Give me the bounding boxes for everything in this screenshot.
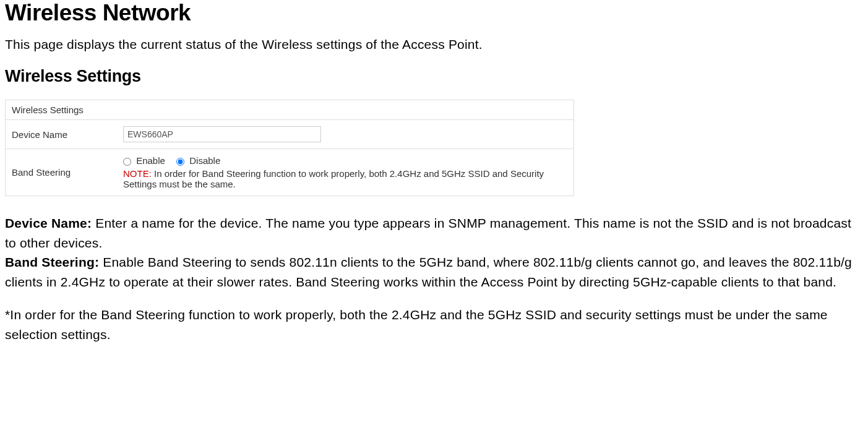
- panel-header: Wireless Settings: [6, 100, 574, 120]
- band-steering-disable-option[interactable]: Disable: [176, 155, 220, 166]
- band-steering-enable-radio[interactable]: [123, 158, 131, 166]
- band-steering-disable-radio[interactable]: [176, 158, 184, 166]
- page-intro: This page displays the current status of…: [5, 37, 863, 52]
- band-steering-label: Band Steering: [6, 149, 117, 196]
- device-name-input[interactable]: [123, 126, 321, 142]
- disable-label-text: Disable: [189, 155, 220, 166]
- band-steering-desc-text: Enable Band Steering to sends 802.11n cl…: [5, 255, 852, 289]
- device-name-row: Device Name: [6, 120, 574, 149]
- enable-label-text: Enable: [136, 155, 165, 166]
- wireless-settings-panel: Wireless Settings Device Name Band Steer…: [5, 100, 574, 196]
- band-steering-enable-option[interactable]: Enable: [123, 155, 168, 166]
- band-steering-description: Band Steering: Enable Band Steering to s…: [5, 252, 863, 291]
- device-name-desc-label: Device Name:: [5, 216, 92, 230]
- device-name-description: Device Name: Enter a name for the device…: [5, 213, 863, 252]
- note-text: In order for Band Steering function to w…: [123, 168, 544, 189]
- band-steering-row: Band Steering Enable Disable NOTE: In or…: [6, 149, 574, 196]
- device-name-label: Device Name: [6, 120, 117, 148]
- band-steering-note: NOTE: In order for Band Steering functio…: [123, 168, 567, 189]
- band-steering-desc-label: Band Steering:: [5, 255, 99, 269]
- footnote-text: *In order for the Band Steering function…: [5, 305, 863, 344]
- description-block: Device Name: Enter a name for the device…: [5, 213, 863, 291]
- page-title: Wireless Network: [5, 0, 863, 26]
- note-prefix: NOTE:: [123, 168, 152, 179]
- footnote-block: *In order for the Band Steering function…: [5, 305, 863, 344]
- section-title: Wireless Settings: [5, 67, 863, 86]
- device-name-desc-text: Enter a name for the device. The name yo…: [5, 216, 851, 250]
